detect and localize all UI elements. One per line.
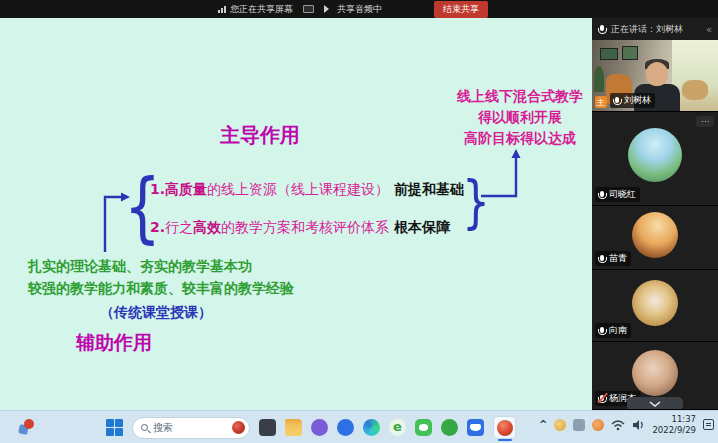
tray-icon-orange[interactable]	[592, 419, 604, 431]
clock-time: 11:37	[652, 414, 696, 425]
taskbar-app-green[interactable]	[441, 419, 458, 436]
avatar	[628, 128, 682, 182]
slide-lead-title: 主导作用	[160, 122, 360, 149]
video-frame-decor	[600, 48, 618, 60]
search-highlight-icon	[232, 421, 245, 434]
search-input[interactable]: 搜索	[132, 417, 250, 439]
search-icon	[141, 424, 148, 431]
participant-name-badge: 苗青	[595, 251, 631, 266]
participants-sidebar: 正在讲话：刘树林 « 主 刘树林 ⋯	[592, 18, 718, 418]
file-explorer-icon[interactable]	[285, 419, 302, 436]
sharing-status-label: 您正在共享屏幕	[230, 3, 293, 16]
basis-line: 较强的教学能力和素质、较丰富的教学经验	[28, 277, 294, 299]
mic-icon	[615, 97, 619, 103]
slide-item-1: 1.高质量的线上资源（线上课程建设）	[150, 181, 389, 199]
chevron-down-icon	[649, 401, 661, 407]
mic-icon	[600, 255, 604, 261]
clock-date: 2022/9/29	[652, 425, 696, 436]
taskbar-center: 搜索 e	[106, 416, 516, 439]
participant-name-badge: 向南	[595, 323, 631, 338]
volume-icon[interactable]	[632, 419, 645, 431]
host-badge: 主	[595, 96, 607, 108]
outcome-line: 得以顺利开展	[438, 107, 602, 128]
outcome-line: 线上线下混合式教学	[438, 86, 602, 107]
taskbar-app-blue[interactable]	[337, 419, 354, 436]
right-brace: }	[462, 174, 490, 230]
wifi-icon[interactable]	[611, 419, 625, 431]
screen-share-bar: 您正在共享屏幕 共享音频中 结束共享	[0, 0, 718, 18]
collapse-panel-button[interactable]	[627, 397, 683, 409]
stop-sharing-button[interactable]: 结束共享	[434, 1, 488, 18]
hide-panel-icon[interactable]: «	[706, 24, 712, 35]
taskbar-clock[interactable]: 11:37 2022/9/29	[652, 414, 696, 435]
signal-icon	[218, 6, 226, 13]
taskbar-app-dark[interactable]	[259, 419, 276, 436]
avatar	[632, 350, 678, 396]
slide-item-1-label: 前提和基础	[394, 181, 464, 199]
outcome-line: 高阶目标得以达成	[438, 128, 602, 149]
slide-aux-title: 辅助作用	[76, 330, 152, 356]
participant-tile[interactable]: 向南	[592, 270, 718, 342]
mic-icon	[600, 191, 604, 197]
wechat-icon[interactable]	[415, 419, 432, 436]
speaker-icon	[324, 5, 333, 13]
avatar	[632, 280, 678, 326]
video-frame-decor	[622, 46, 638, 60]
video-person-head	[646, 62, 668, 86]
active-app-button[interactable]	[493, 416, 516, 439]
speaking-indicator: 正在讲话：刘树林 «	[592, 18, 718, 40]
mic-icon	[600, 327, 604, 333]
slide-basis-text: 扎实的理论基础、夯实的教学基本功 较强的教学能力和素质、较丰富的教学经验	[28, 255, 294, 299]
monitor-icon	[303, 5, 314, 13]
start-button[interactable]	[106, 419, 123, 436]
speaking-label: 正在讲话：刘树林	[611, 23, 683, 36]
widgets-icon[interactable]	[18, 419, 34, 435]
video-decor	[682, 80, 708, 100]
taskbar-app-purple[interactable]	[311, 419, 328, 436]
sharing-audio-label: 共享音频中	[337, 3, 382, 16]
shared-slide: 主导作用 { 1.高质量的线上资源（线上课程建设） 前提和基础 2.行之高效的教…	[0, 18, 592, 410]
participant-tile[interactable]: 杨润杰	[592, 342, 718, 409]
mic-muted-icon	[600, 395, 604, 401]
taskbar: 搜索 e ^	[0, 410, 718, 443]
active-app-icon	[497, 420, 513, 436]
search-placeholder: 搜索	[153, 421, 173, 435]
participant-video-tile[interactable]: 主 刘树林	[592, 40, 718, 112]
basis-line: 扎实的理论基础、夯实的教学基本功	[28, 255, 294, 277]
screen: 您正在共享屏幕 共享音频中 结束共享 主导作用 { 1.高质量的线上资源（线上课…	[0, 0, 718, 443]
slide-item-2-label: 根本保障	[394, 219, 450, 237]
participant-tile[interactable]: ⋯ 司晓红	[592, 112, 718, 206]
video-plant-decor	[594, 66, 604, 92]
participant-tile[interactable]: 苗青	[592, 206, 718, 270]
hidden-icons-chevron[interactable]: ^	[539, 419, 547, 430]
active-app-indicator	[498, 439, 512, 442]
notification-center-icon[interactable]	[703, 419, 714, 430]
avatar	[632, 212, 678, 258]
participant-name-badge: 刘树林	[610, 93, 655, 108]
tray-icon-grey[interactable]	[573, 419, 585, 431]
mic-icon	[600, 25, 604, 31]
taskbar-app-green-e[interactable]: e	[389, 419, 406, 436]
tray-icon-yellow[interactable]	[554, 419, 566, 431]
meeting-app-icon[interactable]	[467, 419, 484, 436]
slide-outcome-text: 线上线下混合式教学 得以顺利开展 高阶目标得以达成	[438, 86, 602, 149]
participant-name-badge: 司晓红	[595, 187, 640, 202]
slide-basis-note: （传统课堂授课）	[100, 304, 212, 322]
slide-item-2: 2.行之高效的教学方案和考核评价体系	[150, 219, 389, 237]
browser-icon[interactable]	[363, 419, 380, 436]
system-tray: ^ 11:37 2022/9/29	[539, 414, 714, 435]
more-options-icon[interactable]: ⋯	[696, 116, 714, 127]
